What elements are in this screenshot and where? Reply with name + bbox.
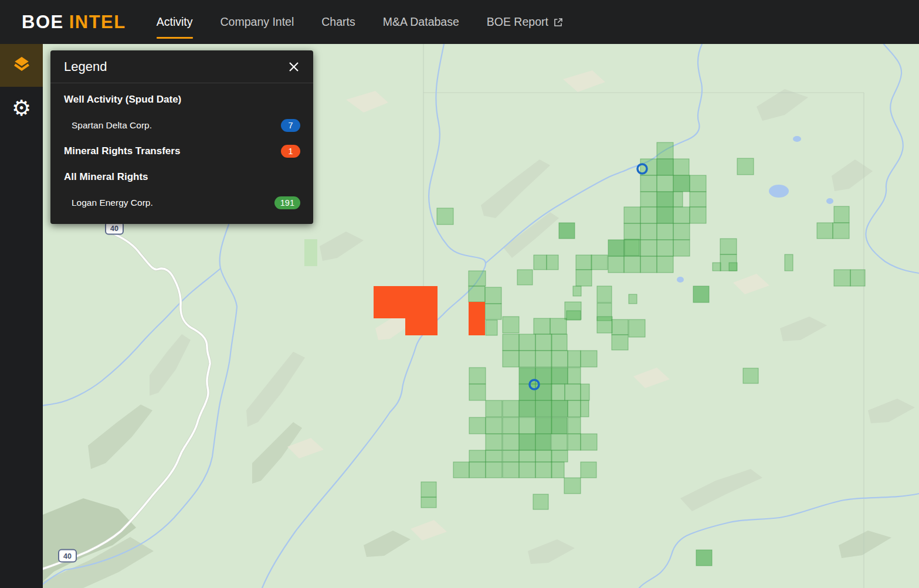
mineral-rights-parcel[interactable] xyxy=(612,335,628,350)
mineral-rights-parcel[interactable] xyxy=(547,255,558,270)
mineral-rights-parcel[interactable] xyxy=(551,434,567,450)
mineral-rights-parcel[interactable] xyxy=(581,400,589,417)
mineral-rights-parcel[interactable] xyxy=(453,462,469,478)
sidebar-item-settings-gear[interactable]: ⚙ xyxy=(0,87,43,130)
legend-row-spartan-delta-corp[interactable]: Spartan Delta Corp.7 xyxy=(50,113,313,138)
mineral-rights-parcel[interactable] xyxy=(567,311,581,320)
tab-boe-report[interactable]: BOE Report xyxy=(487,0,563,44)
mineral-rights-parcel[interactable] xyxy=(834,270,850,286)
mineral-rights-parcel[interactable] xyxy=(833,223,849,239)
mineral-rights-parcel[interactable] xyxy=(568,368,581,384)
mineral-rights-parcel[interactable] xyxy=(519,351,535,367)
mineral-rights-parcel[interactable] xyxy=(421,497,436,508)
mineral-rights-parcel[interactable] xyxy=(657,256,673,273)
mineral-rights-parcel[interactable] xyxy=(503,334,519,351)
mineral-rights-parcel[interactable] xyxy=(503,417,519,434)
mineral-rights-parcel[interactable] xyxy=(486,320,497,335)
mineral-rights-parcel[interactable] xyxy=(581,462,596,478)
mineral-rights-parcel[interactable] xyxy=(535,351,552,367)
mineral-rights-parcel[interactable] xyxy=(517,270,533,285)
mineral-rights-parcel[interactable] xyxy=(469,417,486,434)
mineral-rights-parcel[interactable] xyxy=(581,434,597,450)
mineral-rights-parcel[interactable] xyxy=(657,192,673,207)
boe-intel-logo[interactable]: BOEINTEL xyxy=(22,12,126,33)
mineral-rights-parcel[interactable] xyxy=(568,351,581,367)
mineral-rights-parcel[interactable] xyxy=(551,462,564,478)
mineral-rights-parcel[interactable] xyxy=(503,462,519,478)
mineral-rights-parcel[interactable] xyxy=(534,255,547,270)
mineral-rights-parcel[interactable] xyxy=(551,450,568,462)
mineral-rights-parcel[interactable] xyxy=(551,417,567,434)
mineral-rights-parcel[interactable] xyxy=(785,254,793,271)
mineral-rights-parcel[interactable] xyxy=(640,175,657,192)
mineral-rights-parcel[interactable] xyxy=(550,318,567,334)
mineral-rights-parcel[interactable] xyxy=(535,417,552,434)
mineral-rights-parcel[interactable] xyxy=(625,239,639,256)
mineral-rights-parcel[interactable] xyxy=(673,175,690,192)
mineral-rights-parcel[interactable] xyxy=(486,462,502,478)
mineral-rights-transfer-parcel[interactable] xyxy=(374,286,438,318)
mineral-rights-parcel[interactable] xyxy=(657,223,673,240)
mineral-rights-parcel[interactable] xyxy=(673,223,690,240)
mineral-rights-parcel[interactable] xyxy=(533,494,548,509)
mineral-rights-parcel[interactable] xyxy=(629,294,637,304)
mineral-rights-parcel[interactable] xyxy=(486,450,502,462)
mineral-rights-parcel[interactable] xyxy=(469,286,485,302)
tab-m-a-database[interactable]: M&A Database xyxy=(383,0,459,44)
mineral-rights-parcel[interactable] xyxy=(673,207,690,223)
legend-row-well-activity-spud-date[interactable]: Well Activity (Spud Date) xyxy=(50,87,313,113)
mineral-rights-parcel[interactable] xyxy=(519,368,535,384)
mineral-rights-parcel[interactable] xyxy=(729,263,737,271)
legend-row-all-mineral-rights[interactable]: All Mineral Rights xyxy=(50,164,313,190)
mineral-rights-parcel[interactable] xyxy=(640,223,657,240)
mineral-rights-transfer-parcel[interactable] xyxy=(469,302,485,335)
mineral-rights-parcel[interactable] xyxy=(581,384,589,400)
tab-company-intel[interactable]: Company Intel xyxy=(221,0,294,44)
mineral-rights-parcel[interactable] xyxy=(485,304,501,320)
mineral-rights-parcel[interactable] xyxy=(591,255,608,270)
mineral-rights-parcel[interactable] xyxy=(485,287,501,304)
mineral-rights-parcel[interactable] xyxy=(469,384,486,400)
mineral-rights-parcel[interactable] xyxy=(737,158,754,175)
mineral-rights-parcel[interactable] xyxy=(673,240,690,256)
mineral-rights-parcel[interactable] xyxy=(534,318,550,334)
mineral-rights-parcel[interactable] xyxy=(437,208,453,225)
mineral-rights-parcel[interactable] xyxy=(519,417,535,434)
mineral-rights-parcel[interactable] xyxy=(535,462,552,478)
mineral-rights-parcel[interactable] xyxy=(597,286,612,303)
mineral-rights-parcel[interactable] xyxy=(535,450,552,462)
mineral-rights-parcel[interactable] xyxy=(624,207,640,223)
mineral-rights-parcel[interactable] xyxy=(657,159,673,175)
mineral-rights-parcel[interactable] xyxy=(469,462,486,478)
mineral-rights-parcel[interactable] xyxy=(576,255,592,270)
mineral-rights-parcel[interactable] xyxy=(573,286,581,296)
mineral-rights-parcel[interactable] xyxy=(629,320,645,337)
mineral-rights-parcel[interactable] xyxy=(519,334,535,351)
mineral-rights-parcel[interactable] xyxy=(720,239,737,254)
mineral-rights-parcel[interactable] xyxy=(519,434,535,450)
mineral-rights-parcel[interactable] xyxy=(486,400,502,417)
mineral-rights-parcel[interactable] xyxy=(519,400,535,417)
mineral-rights-parcel[interactable] xyxy=(535,400,552,417)
mineral-rights-parcel[interactable] xyxy=(657,207,673,223)
mineral-rights-parcel[interactable] xyxy=(519,462,535,478)
mineral-rights-transfer-parcel[interactable] xyxy=(405,318,438,335)
mineral-rights-parcel[interactable] xyxy=(519,384,535,400)
mineral-rights-parcel[interactable] xyxy=(503,351,519,367)
mineral-rights-parcel[interactable] xyxy=(690,175,706,192)
mineral-rights-parcel[interactable] xyxy=(624,223,640,240)
close-icon[interactable] xyxy=(287,60,300,73)
mineral-rights-parcel[interactable] xyxy=(503,400,519,417)
mineral-rights-parcel[interactable] xyxy=(535,334,552,351)
mineral-rights-parcel[interactable] xyxy=(640,240,657,256)
mineral-rights-parcel[interactable] xyxy=(690,192,706,207)
mineral-rights-parcel[interactable] xyxy=(608,240,624,256)
mineral-rights-parcel[interactable] xyxy=(568,400,581,417)
mineral-rights-parcel[interactable] xyxy=(640,207,657,223)
mineral-rights-parcel[interactable] xyxy=(503,450,519,462)
mineral-rights-parcel[interactable] xyxy=(503,317,519,333)
mineral-rights-parcel[interactable] xyxy=(469,271,486,286)
mineral-rights-parcel[interactable] xyxy=(608,256,624,273)
mineral-rights-parcel[interactable] xyxy=(657,240,673,256)
mineral-rights-parcel[interactable] xyxy=(624,256,640,273)
